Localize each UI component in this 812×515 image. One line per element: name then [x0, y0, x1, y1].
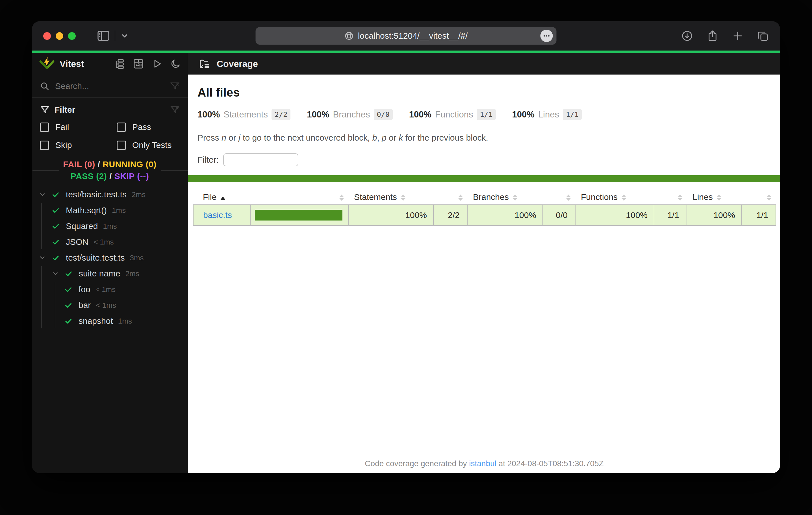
tree-item-test[interactable]: Math.sqrt() 1ms [32, 203, 187, 218]
minimize-window-button[interactable] [56, 32, 63, 40]
sort-icon[interactable] [401, 194, 405, 201]
tree-item-suite[interactable]: suite name 2ms [32, 266, 187, 281]
sidebar-toggle-icon[interactable] [97, 30, 110, 41]
column-header-file[interactable]: File [193, 189, 250, 205]
sort-icon[interactable] [767, 194, 771, 201]
test-duration: < 1ms [96, 301, 116, 310]
sort-icon[interactable] [513, 194, 517, 201]
tree-view-icon[interactable] [114, 58, 125, 69]
chevron-down-icon[interactable] [120, 32, 129, 40]
test-progress-bar [32, 51, 780, 53]
istanbul-link[interactable]: istanbul [469, 459, 496, 468]
sidebar-header: Vitest [32, 53, 187, 74]
test-label: JSON [66, 237, 88, 247]
tree-item-file[interactable]: test/basic.test.ts 2ms [32, 187, 187, 203]
close-window-button[interactable] [43, 32, 51, 40]
search-icon [40, 81, 50, 91]
tree-indent-guide [41, 203, 42, 249]
checkbox-label: Pass [132, 122, 151, 132]
checkbox[interactable] [117, 141, 126, 150]
traffic-lights [43, 32, 76, 40]
functions-pct-cell: 100% [575, 205, 654, 225]
main-panel: Coverage All files 100% Statements 2/2 1… [188, 53, 780, 473]
sort-icon[interactable] [621, 194, 626, 201]
checkbox[interactable] [117, 123, 126, 132]
column-header-lines[interactable]: Lines [687, 189, 742, 205]
tree-indent-guide [41, 266, 42, 328]
coverage-header: Coverage [188, 53, 780, 74]
filter-checkbox-only-tests[interactable]: Only Tests [117, 140, 180, 150]
column-header-functions-frac[interactable] [654, 189, 687, 205]
column-header-chart[interactable] [250, 189, 348, 205]
table-row: basic.ts 100% 2/2 100% 0/0 100% 1/1 100%… [193, 205, 776, 225]
filter-checkbox-fail[interactable]: Fail [40, 122, 117, 132]
pass-check-icon [64, 301, 72, 309]
column-header-lines-frac[interactable] [742, 189, 776, 205]
downloads-icon[interactable] [681, 30, 693, 42]
clear-search-filter-icon[interactable] [170, 81, 180, 91]
column-header-statements-frac[interactable] [433, 189, 467, 205]
chevron-down-icon[interactable] [39, 191, 46, 198]
app-title: Vitest [60, 59, 84, 69]
stat-percent: 100% [512, 110, 534, 120]
coverage-filter-input[interactable] [223, 153, 298, 166]
sort-icon[interactable] [717, 194, 721, 201]
statements-pct-cell: 100% [348, 205, 433, 225]
stat-branches: 100% Branches 0/0 [307, 109, 393, 120]
stat-lines: 100% Lines 1/1 [512, 109, 582, 120]
chevron-down-icon[interactable] [52, 270, 59, 277]
sort-icon[interactable] [566, 194, 571, 201]
tree-item-test[interactable]: Squared 1ms [32, 218, 187, 234]
funnel-icon [40, 105, 50, 115]
tree-indent-guide [55, 282, 55, 328]
column-header-branches[interactable]: Branches [467, 189, 543, 205]
test-status-summary: FAIL (0) / RUNNING (0) PASS (2) / SKIP (… [32, 158, 187, 182]
dark-mode-icon[interactable] [170, 58, 181, 69]
pass-check-icon [65, 270, 72, 277]
search-input[interactable] [55, 81, 165, 91]
new-tab-icon[interactable] [732, 30, 743, 41]
clear-filters-icon[interactable] [170, 105, 180, 115]
coverage-bar-cell [250, 205, 348, 225]
stat-fraction-badge: 1/1 [563, 109, 582, 120]
sort-ascending-icon [221, 196, 226, 200]
stat-functions: 100% Functions 1/1 [409, 109, 496, 120]
vitest-logo [39, 57, 55, 71]
column-header-branches-frac[interactable] [543, 189, 575, 205]
stat-fraction-badge: 2/2 [271, 109, 290, 120]
keyboard-hint: Press n or j to go to the next uncovered… [198, 133, 771, 143]
coverage-summary-bar [188, 175, 780, 182]
column-header-statements[interactable]: Statements [348, 189, 433, 205]
page-settings-button[interactable] [541, 30, 553, 42]
sort-icon[interactable] [678, 194, 682, 201]
tree-item-file[interactable]: test/suite.test.ts 3ms [32, 250, 187, 266]
share-icon[interactable] [706, 30, 719, 42]
test-label: foo [79, 284, 90, 294]
sort-icon[interactable] [339, 194, 344, 201]
tree-item-test[interactable]: JSON < 1ms [32, 234, 187, 250]
checkbox-label: Fail [55, 122, 69, 132]
dashboard-icon[interactable] [133, 58, 144, 69]
coverage-table: File Statements Branches Functions Lines [193, 189, 776, 226]
run-all-icon[interactable] [152, 58, 163, 69]
stat-label: Functions [435, 110, 473, 120]
address-bar[interactable]: localhost:51204/__vitest__/#/ [256, 27, 557, 44]
zoom-window-button[interactable] [68, 32, 76, 40]
tab-overview-icon[interactable] [757, 30, 769, 42]
pass-check-icon [52, 206, 60, 214]
checkbox[interactable] [40, 123, 49, 132]
file-link[interactable]: basic.ts [203, 210, 232, 220]
filter-title: Filter [55, 105, 75, 115]
filter-checkbox-skip[interactable]: Skip [40, 140, 117, 150]
stat-percent: 100% [307, 110, 329, 120]
chevron-down-icon[interactable] [39, 254, 46, 262]
sort-icon[interactable] [458, 194, 463, 201]
checkbox[interactable] [40, 141, 49, 150]
filter-checkbox-pass[interactable]: Pass [117, 122, 180, 132]
test-label: test/suite.test.ts [66, 253, 124, 263]
browser-toolbar: localhost:51204/__vitest__/#/ [32, 21, 780, 51]
url-text: localhost:51204/__vitest__/#/ [358, 31, 468, 41]
column-header-functions[interactable]: Functions [575, 189, 654, 205]
pass-check-icon [52, 238, 60, 246]
functions-frac-cell: 1/1 [654, 205, 687, 225]
